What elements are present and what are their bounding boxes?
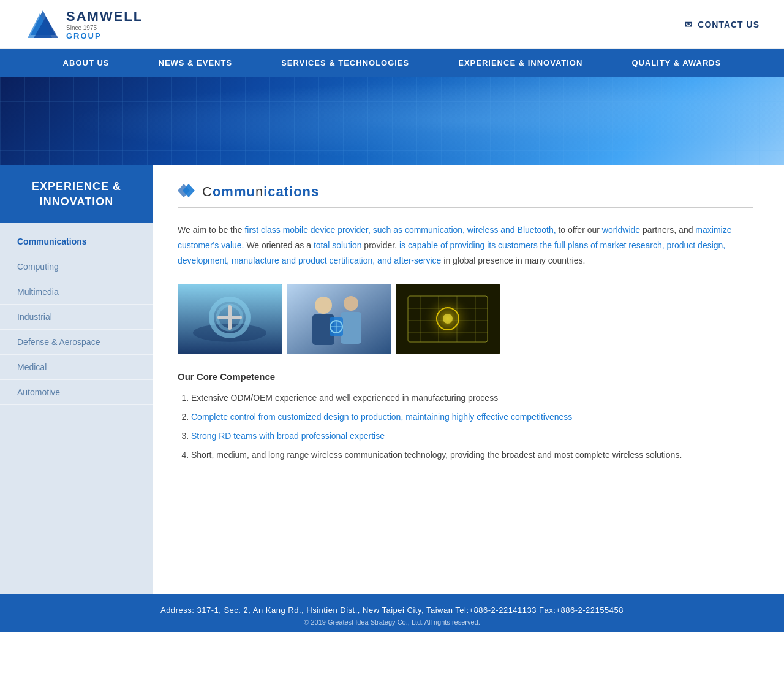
nav-quality[interactable]: QUALITY & AWARDS: [607, 49, 745, 77]
logo-samwell: SAMWELL: [66, 9, 143, 25]
image-tech: [396, 284, 500, 354]
hero-banner: [0, 77, 784, 165]
nav-news-events[interactable]: NEWS & EVENTS: [134, 49, 257, 77]
logo-group: GROUP: [66, 31, 143, 40]
core-competence-title: Our Core Competence: [178, 371, 753, 382]
sidebar-item-defense[interactable]: Defense & Aerospace: [0, 330, 153, 355]
core-item-1: Extensive ODM/OEM experience and well ex…: [191, 390, 753, 406]
sidebar-menu: Communications Computing Multimedia Indu…: [0, 223, 153, 411]
main-nav: ABOUT US NEWS & EVENTS SERVICES & TECHNO…: [0, 49, 784, 77]
svg-point-14: [344, 296, 358, 311]
nav-experience[interactable]: EXPERIENCE & INNOVATION: [434, 49, 607, 77]
sidebar-item-automotive[interactable]: Automotive: [0, 380, 153, 405]
content-description: We aim to be the first class mobile devi…: [178, 222, 753, 269]
nav-services[interactable]: SERVICES & TECHNOLOGIES: [257, 49, 434, 77]
site-footer: Address: 317-1, Sec. 2, An Kang Rd., Hsi…: [0, 594, 784, 632]
main-content: EXPERIENCE & INNOVATION Communications C…: [0, 165, 784, 594]
samwell-logo-icon: [24, 7, 61, 41]
footer-copyright: © 2019 Greatest Idea Strategy Co., Ltd. …: [12, 618, 772, 626]
nav-about-us[interactable]: ABOUT US: [39, 49, 134, 77]
svg-rect-10: [228, 305, 232, 330]
core-item-3: Strong RD teams with broad professional …: [191, 428, 753, 444]
svg-point-31: [443, 314, 453, 324]
sidebar-item-multimedia[interactable]: Multimedia: [0, 279, 153, 305]
content-area: Communications We aim to be the first cl…: [153, 165, 784, 594]
site-header: SAMWELL Since 1975 GROUP ✉ CONTACT US: [0, 0, 784, 49]
core-item-2: Complete control from customized design …: [191, 409, 753, 425]
sidebar: EXPERIENCE & INNOVATION Communications C…: [0, 165, 153, 594]
svg-rect-15: [341, 312, 361, 344]
image-people: [287, 284, 391, 354]
sidebar-item-communications[interactable]: Communications: [0, 229, 153, 254]
images-row: [178, 284, 753, 354]
contact-us-button[interactable]: ✉ CONTACT US: [685, 20, 760, 29]
content-divider: [178, 207, 753, 208]
sidebar-item-computing[interactable]: Computing: [0, 254, 153, 279]
logo-area[interactable]: SAMWELL Since 1975 GROUP: [24, 7, 143, 41]
sidebar-item-medical[interactable]: Medical: [0, 355, 153, 380]
mail-icon: ✉: [685, 20, 693, 29]
logo-text: SAMWELL Since 1975 GROUP: [66, 9, 143, 40]
page-title: Communications: [202, 184, 319, 200]
content-header: Communications: [178, 184, 753, 200]
hero-circuit: [0, 77, 784, 165]
sidebar-heading: EXPERIENCE & INNOVATION: [0, 165, 153, 223]
image-satellite: [178, 284, 282, 354]
sidebar-item-industrial[interactable]: Industrial: [0, 305, 153, 330]
core-competence-list: Extensive ODM/OEM experience and well ex…: [178, 390, 753, 463]
svg-point-12: [315, 297, 332, 314]
core-item-4: Short, medium, and long range wireless c…: [191, 447, 753, 463]
logo-since: Since 1975: [66, 25, 143, 31]
footer-address: Address: 317-1, Sec. 2, An Kang Rd., Hsi…: [12, 606, 772, 615]
section-icon: [178, 184, 195, 200]
